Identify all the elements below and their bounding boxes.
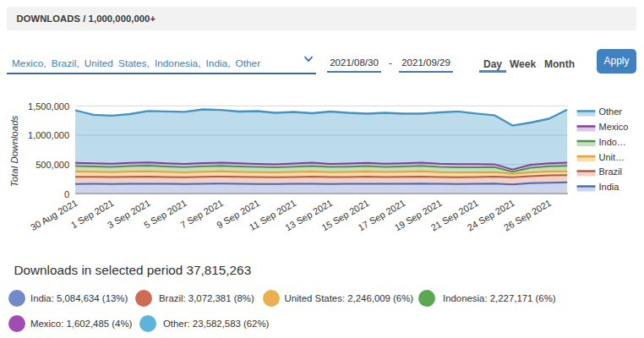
svg-text:500,000: 500,000 (35, 160, 69, 170)
svg-text:Indo…: Indo… (599, 137, 626, 147)
svg-text:Unit…: Unit… (599, 152, 625, 162)
svg-text:Mexico: Mexico (599, 122, 629, 132)
svg-text:30 Aug 2021: 30 Aug 2021 (29, 198, 79, 232)
svg-text:1,000,000: 1,000,000 (28, 130, 69, 140)
svg-text:Total Downloads: Total Downloads (9, 115, 19, 187)
svg-text:India: India (599, 182, 620, 192)
svg-text:0: 0 (64, 189, 69, 199)
svg-text:Other: Other (599, 106, 623, 117)
svg-text:1,500,000: 1,500,000 (28, 101, 69, 112)
svg-text:Brazil: Brazil (599, 166, 623, 177)
